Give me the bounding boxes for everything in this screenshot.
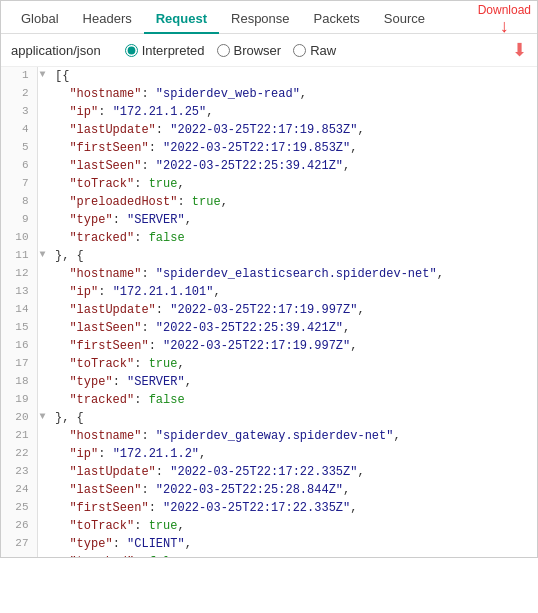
view-mode-group: Interpreted Browser Raw	[125, 43, 337, 58]
table-row: 20▼}, {	[1, 409, 537, 427]
line-content: "ip": "172.21.1.2",	[49, 445, 537, 463]
tab-packets[interactable]: Packets	[302, 5, 372, 34]
line-toggle[interactable]: ▼	[37, 247, 49, 265]
line-content: "ip": "172.21.1.25",	[49, 103, 537, 121]
line-toggle[interactable]: ▼	[37, 409, 49, 427]
line-number: 18	[1, 373, 37, 391]
line-number: 11	[1, 247, 37, 265]
tab-source[interactable]: Source	[372, 5, 437, 34]
line-content: "preloadedHost": true,	[49, 193, 537, 211]
radio-interpreted[interactable]: Interpreted	[125, 43, 205, 58]
table-row: 16 "firstSeen": "2022-03-25T22:17:19.997…	[1, 337, 537, 355]
line-number: 15	[1, 319, 37, 337]
table-row: 24 "lastSeen": "2022-03-25T22:25:28.844Z…	[1, 481, 537, 499]
download-button[interactable]: ⬇	[512, 39, 527, 61]
line-content: "toTrack": true,	[49, 517, 537, 535]
line-content: }, {	[49, 409, 537, 427]
radio-browser[interactable]: Browser	[217, 43, 282, 58]
line-number: 1	[1, 67, 37, 85]
line-toggle	[37, 391, 49, 409]
table-row: 27 "type": "CLIENT",	[1, 535, 537, 553]
line-toggle	[37, 85, 49, 103]
line-toggle	[37, 139, 49, 157]
line-content: "lastSeen": "2022-03-25T22:25:39.421Z",	[49, 319, 537, 337]
line-content: "lastUpdate": "2022-03-25T22:17:22.335Z"…	[49, 463, 537, 481]
radio-raw[interactable]: Raw	[293, 43, 336, 58]
table-row: 22 "ip": "172.21.1.2",	[1, 445, 537, 463]
table-row: 10 "tracked": false	[1, 229, 537, 247]
line-toggle[interactable]: ▼	[37, 67, 49, 85]
line-content: "hostname": "spiderdev_elasticsearch.spi…	[49, 265, 537, 283]
table-row: 18 "type": "SERVER",	[1, 373, 537, 391]
download-arrow-icon: ↓	[500, 17, 509, 35]
line-toggle	[37, 283, 49, 301]
line-toggle	[37, 157, 49, 175]
line-content: "toTrack": true,	[49, 175, 537, 193]
line-content: "lastUpdate": "2022-03-25T22:17:19.853Z"…	[49, 121, 537, 139]
line-content: "ip": "172.21.1.101",	[49, 283, 537, 301]
line-content: "lastSeen": "2022-03-25T22:25:28.844Z",	[49, 481, 537, 499]
line-toggle	[37, 355, 49, 373]
tabs-row: Global Headers Request Response Packets …	[1, 1, 537, 34]
line-number: 23	[1, 463, 37, 481]
line-number: 26	[1, 517, 37, 535]
table-row: 7 "toTrack": true,	[1, 175, 537, 193]
line-toggle	[37, 103, 49, 121]
line-toggle	[37, 265, 49, 283]
table-row: 28 "tracked": false	[1, 553, 537, 557]
line-number: 12	[1, 265, 37, 283]
line-number: 27	[1, 535, 37, 553]
line-toggle	[37, 481, 49, 499]
line-number: 20	[1, 409, 37, 427]
line-content: "type": "CLIENT",	[49, 535, 537, 553]
line-toggle	[37, 175, 49, 193]
radio-raw-label: Raw	[310, 43, 336, 58]
line-content: "lastSeen": "2022-03-25T22:25:39.421Z",	[49, 157, 537, 175]
table-row: 2 "hostname": "spiderdev_web-read",	[1, 85, 537, 103]
table-row: 26 "toTrack": true,	[1, 517, 537, 535]
line-number: 17	[1, 355, 37, 373]
line-number: 21	[1, 427, 37, 445]
line-number: 16	[1, 337, 37, 355]
line-content: "type": "SERVER",	[49, 373, 537, 391]
table-row: 5 "firstSeen": "2022-03-25T22:17:19.853Z…	[1, 139, 537, 157]
code-area[interactable]: 1▼[{2 "hostname": "spiderdev_web-read",3…	[1, 67, 537, 557]
tab-global[interactable]: Global	[9, 5, 71, 34]
line-toggle	[37, 427, 49, 445]
line-number: 13	[1, 283, 37, 301]
table-row: 13 "ip": "172.21.1.101",	[1, 283, 537, 301]
line-content: "tracked": false	[49, 553, 537, 557]
tab-request[interactable]: Request	[144, 5, 219, 34]
line-toggle	[37, 193, 49, 211]
line-number: 7	[1, 175, 37, 193]
table-row: 4 "lastUpdate": "2022-03-25T22:17:19.853…	[1, 121, 537, 139]
radio-browser-label: Browser	[234, 43, 282, 58]
line-content: "tracked": false	[49, 229, 537, 247]
line-number: 8	[1, 193, 37, 211]
line-number: 9	[1, 211, 37, 229]
line-toggle	[37, 319, 49, 337]
line-content: "firstSeen": "2022-03-25T22:17:19.853Z",	[49, 139, 537, 157]
line-toggle	[37, 121, 49, 139]
table-row: 23 "lastUpdate": "2022-03-25T22:17:22.33…	[1, 463, 537, 481]
line-number: 25	[1, 499, 37, 517]
line-content: "lastUpdate": "2022-03-25T22:17:19.997Z"…	[49, 301, 537, 319]
line-content: [{	[49, 67, 537, 85]
table-row: 12 "hostname": "spiderdev_elasticsearch.…	[1, 265, 537, 283]
download-annotation: Download ↓	[472, 1, 537, 37]
line-content: "hostname": "spiderdev_gateway.spiderdev…	[49, 427, 537, 445]
tab-headers[interactable]: Headers	[71, 5, 144, 34]
line-toggle	[37, 373, 49, 391]
line-content: "firstSeen": "2022-03-25T22:17:19.997Z",	[49, 337, 537, 355]
table-row: 15 "lastSeen": "2022-03-25T22:25:39.421Z…	[1, 319, 537, 337]
tab-response[interactable]: Response	[219, 5, 302, 34]
table-row: 9 "type": "SERVER",	[1, 211, 537, 229]
line-toggle	[37, 535, 49, 553]
line-toggle	[37, 301, 49, 319]
line-number: 28	[1, 553, 37, 557]
line-toggle	[37, 211, 49, 229]
line-toggle	[37, 499, 49, 517]
line-number: 6	[1, 157, 37, 175]
table-row: 6 "lastSeen": "2022-03-25T22:25:39.421Z"…	[1, 157, 537, 175]
line-number: 10	[1, 229, 37, 247]
